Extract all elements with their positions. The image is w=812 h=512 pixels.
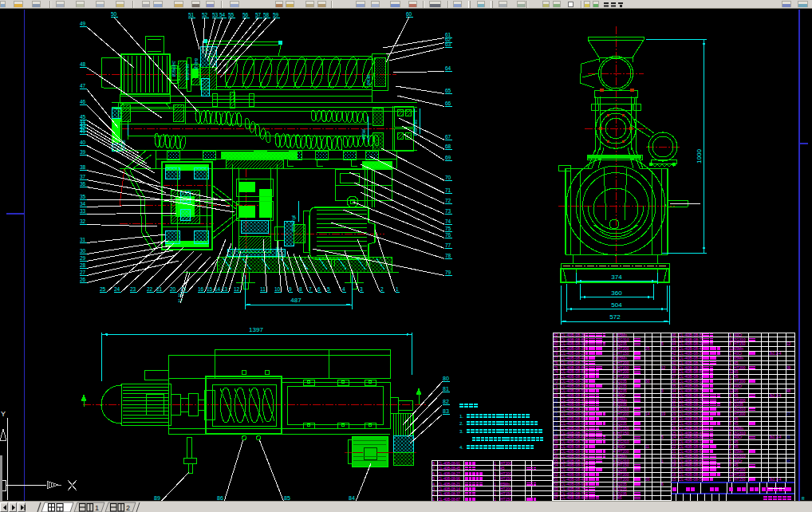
svg-text:54: 54 — [554, 463, 558, 467]
svg-text:55: 55 — [228, 12, 235, 18]
svg-text:75: 75 — [554, 366, 558, 370]
svg-text:CL-40B-08-10: CL-40B-08-10 — [679, 375, 704, 379]
svg-text:65Mn: 65Mn — [617, 417, 627, 421]
svg-text:CL-40B-08-77: CL-40B-08-77 — [561, 459, 586, 463]
svg-text:CL-40B-08-49: CL-40B-08-49 — [561, 496, 586, 500]
svg-text:CL-40B-08-76: CL-40B-08-76 — [679, 361, 704, 365]
svg-text:1: 1 — [661, 459, 664, 463]
svg-text:CL-40B-08-18: CL-40B-08-18 — [679, 380, 704, 384]
svg-text:Jb1.2-4: Jb1.2-4 — [769, 435, 782, 439]
svg-text:8: 8 — [729, 459, 731, 463]
svg-text:Q235: Q235 — [617, 384, 627, 388]
svg-text:20: 20 — [672, 455, 676, 459]
svg-text:CL-40B-08-87: CL-40B-08-87 — [561, 394, 586, 398]
svg-text:1: 1 — [396, 286, 399, 292]
svg-text:76: 76 — [554, 361, 558, 365]
svg-text:38: 38 — [672, 370, 676, 374]
svg-text:2: 2 — [126, 504, 130, 512]
svg-text:30: 30 — [645, 380, 650, 384]
svg-text:ZG310: ZG310 — [734, 455, 746, 459]
svg-text:83: 83 — [443, 408, 449, 414]
svg-text:4: 4 — [613, 394, 616, 398]
svg-text:74: 74 — [554, 370, 558, 374]
svg-text:63: 63 — [445, 41, 451, 47]
svg-text:1397: 1397 — [249, 326, 263, 333]
svg-text:65Mn: 65Mn — [617, 455, 627, 459]
svg-text:40Cr: 40Cr — [617, 394, 626, 398]
svg-text:64: 64 — [445, 65, 451, 71]
svg-text:17: 17 — [672, 468, 676, 472]
svg-text:21: 21 — [156, 286, 163, 292]
svg-text:CL-40B-08-64: CL-40B-08-64 — [679, 427, 704, 431]
svg-text:43: 43 — [672, 347, 676, 351]
svg-text:CL-40B-08-15: CL-40B-08-15 — [561, 375, 586, 379]
svg-text:Q235: Q235 — [734, 403, 743, 407]
svg-text:6: 6 — [613, 370, 616, 374]
svg-text:CL-40B-08-49: CL-40B-08-49 — [679, 356, 704, 360]
svg-text:CL-40B-08-61: CL-40B-08-61 — [679, 450, 704, 454]
svg-text:66: 66 — [445, 100, 451, 106]
svg-text:31: 31 — [80, 237, 86, 242]
svg-text:46: 46 — [672, 333, 676, 337]
svg-text:26: 26 — [80, 277, 86, 282]
svg-text:12: 12 — [234, 286, 240, 292]
svg-text:45: 45 — [734, 394, 739, 398]
svg-text:CL-40B-08-64: CL-40B-08-64 — [679, 408, 704, 412]
svg-text:34: 34 — [672, 389, 676, 393]
svg-text:1: 1 — [729, 468, 731, 472]
svg-text:CL-40B-08-83: CL-40B-08-83 — [679, 394, 704, 398]
svg-text:12: 12 — [786, 342, 791, 346]
svg-text:65Mn: 65Mn — [617, 356, 627, 360]
svg-text:6: 6 — [613, 366, 616, 370]
svg-text:65Mn: 65Mn — [734, 427, 743, 431]
svg-text:65Mn: 65Mn — [734, 347, 743, 351]
svg-text:32: 32 — [672, 399, 676, 403]
svg-text:45: 45 — [672, 338, 676, 342]
svg-text:HT200: HT200 — [500, 462, 512, 466]
svg-text:51: 51 — [188, 12, 195, 18]
svg-text:4: 4 — [613, 487, 616, 491]
svg-text:58: 58 — [554, 445, 558, 449]
svg-text:1: 1 — [494, 476, 496, 481]
svg-text:72: 72 — [554, 380, 558, 384]
svg-text:ZG310: ZG310 — [617, 440, 629, 444]
svg-text:2: 2 — [729, 384, 731, 388]
svg-text:51: 51 — [554, 478, 558, 482]
svg-text:ZG310: ZG310 — [617, 408, 629, 412]
svg-text:34: 34 — [80, 201, 86, 207]
svg-text:45: 45 — [734, 422, 739, 426]
svg-text:1: 1 — [613, 422, 616, 426]
svg-text:Ø40k6: Ø40k6 — [367, 74, 371, 85]
svg-text:CL-40B-08-72: CL-40B-08-72 — [679, 389, 704, 393]
svg-text:40: 40 — [672, 361, 676, 365]
svg-text:65: 65 — [554, 412, 558, 416]
svg-text:85: 85 — [284, 495, 290, 501]
svg-text:1: 1 — [729, 435, 731, 439]
svg-text:53: 53 — [554, 468, 558, 472]
svg-text:CL-40B-08-11: CL-40B-08-11 — [679, 440, 704, 444]
svg-text:HT200: HT200 — [617, 473, 629, 477]
svg-text:71: 71 — [445, 187, 451, 193]
svg-text:64: 64 — [554, 417, 558, 421]
svg-text:487: 487 — [290, 297, 302, 304]
svg-text:CL-40B-08-26: CL-40B-08-26 — [679, 342, 704, 346]
svg-text:50: 50 — [554, 482, 558, 486]
svg-text:HT200: HT200 — [617, 370, 629, 374]
svg-text:37: 37 — [672, 375, 676, 379]
svg-text:13: 13 — [222, 286, 228, 292]
svg-text:82: 82 — [554, 333, 558, 337]
svg-text:29: 29 — [672, 412, 676, 416]
svg-text:1: 1 — [729, 412, 731, 416]
svg-text:Q235: Q235 — [617, 468, 627, 472]
svg-text:CL-40B-08-82: CL-40B-08-82 — [679, 333, 704, 337]
svg-text:12: 12 — [729, 370, 734, 374]
svg-text:374: 374 — [611, 274, 622, 281]
svg-text:33: 33 — [672, 394, 676, 398]
svg-text:16: 16 — [672, 473, 676, 477]
svg-text:1: 1 — [613, 468, 616, 472]
svg-text:CL-40B-08-96: CL-40B-08-96 — [438, 477, 460, 481]
svg-text:61: 61 — [554, 431, 558, 435]
svg-text:CL-40B-08-10: CL-40B-08-10 — [679, 455, 704, 459]
svg-text:84: 84 — [349, 495, 355, 501]
svg-text:59: 59 — [554, 440, 558, 444]
